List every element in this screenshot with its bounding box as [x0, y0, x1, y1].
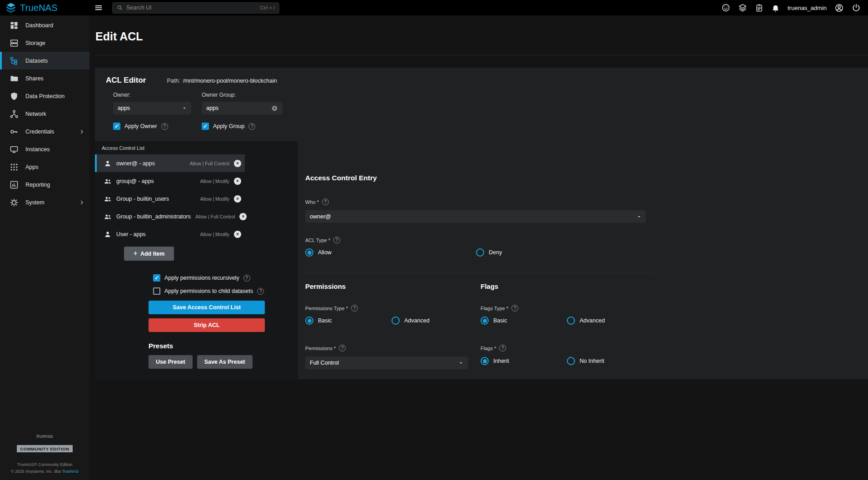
owner-label: Owner:: [113, 92, 191, 98]
remove-entry-icon[interactable]: [239, 213, 247, 220]
recursive-checkbox-row: Apply permissions recursively: [153, 274, 265, 282]
clear-icon[interactable]: [271, 105, 278, 112]
sidebar-item-apps[interactable]: Apps: [0, 158, 89, 176]
truenas-brand[interactable]: TrueNAS: [5, 2, 89, 13]
edition-badge[interactable]: COMMUNITY EDITION: [17, 445, 72, 452]
help-icon[interactable]: [322, 198, 329, 205]
truenas-footer-link[interactable]: TrueNAS: [62, 469, 79, 474]
who-value: owner@: [310, 213, 331, 220]
strip-acl-button[interactable]: Strip ACL: [149, 318, 265, 332]
acl-entry-row[interactable]: Group - builtin_users Allow | Modify: [95, 190, 245, 208]
apply-owner-checkbox[interactable]: [113, 123, 120, 130]
remove-entry-icon[interactable]: [234, 160, 241, 167]
recursive-label: Apply permissions recursively: [164, 275, 239, 281]
instances-monitor-icon: [10, 145, 19, 154]
acl-entry-row[interactable]: Group - builtin_administrators Allow | F…: [95, 208, 245, 225]
acl-entry-row[interactable]: group@ - apps Allow | Modify: [95, 172, 245, 190]
hostname-label: truenas: [0, 433, 89, 439]
who-select[interactable]: owner@: [305, 210, 646, 223]
radio-flags-advanced[interactable]: Advanced: [567, 317, 605, 325]
apply-group-checkbox-row: Apply Group: [202, 123, 290, 130]
owner-value: apps: [118, 105, 130, 111]
help-icon[interactable]: [248, 123, 255, 130]
radio-permissions-basic[interactable]: Basic: [305, 317, 392, 325]
stack-layers-icon[interactable]: [738, 3, 747, 12]
remove-entry-icon[interactable]: [234, 178, 241, 185]
acl-entry-label: Group - builtin_administrators: [116, 213, 191, 220]
account-user-icon[interactable]: [834, 3, 844, 13]
use-preset-button[interactable]: Use Preset: [149, 355, 193, 369]
sidebar-item-data-protection[interactable]: Data Protection: [0, 87, 89, 105]
help-icon[interactable]: [339, 345, 346, 351]
sidebar-item-dashboard[interactable]: Dashboard: [0, 16, 89, 34]
owner-group-input[interactable]: apps: [202, 102, 283, 114]
help-icon[interactable]: [161, 123, 168, 130]
radio-inherit[interactable]: Inherit: [481, 357, 567, 365]
radio-permissions-advanced[interactable]: Advanced: [392, 317, 430, 325]
who-label: Who *: [305, 199, 319, 205]
radio-flags-basic[interactable]: Basic: [481, 317, 567, 325]
help-icon[interactable]: [499, 345, 506, 351]
search-input[interactable]: [126, 5, 257, 11]
radio-no-inherit[interactable]: No Inherit: [567, 357, 604, 365]
flags-type-label-row: Flags Type *: [481, 305, 653, 312]
owner-field: Owner: apps: [113, 92, 191, 114]
hamburger-menu-icon[interactable]: [94, 3, 103, 12]
sidebar-item-label: Apps: [25, 164, 39, 170]
apps-grid-icon: [10, 163, 19, 172]
acl-entry-label: group@ - apps: [116, 178, 154, 184]
feedback-smiley-icon[interactable]: [721, 3, 730, 12]
acl-type-radio-group: Allow Deny: [305, 248, 653, 257]
flags-label-row: Flags *: [481, 345, 653, 351]
sidebar-item-network[interactable]: Network: [0, 105, 89, 123]
plus-icon: +: [134, 249, 138, 257]
help-icon[interactable]: [243, 275, 250, 282]
search-icon: [117, 5, 123, 11]
child-datasets-label: Apply permissions to child datasets: [164, 288, 253, 294]
help-icon[interactable]: [257, 288, 264, 295]
permissions-select[interactable]: Full Control: [305, 356, 468, 369]
acl-entry-row[interactable]: User - apps Allow | Modify: [95, 225, 245, 243]
permissions-type-radio-group: Basic Advanced: [305, 317, 481, 325]
save-acl-button[interactable]: Save Access Control List: [149, 301, 265, 314]
sidebar-item-datasets[interactable]: Datasets: [0, 52, 89, 69]
radio-allow[interactable]: Allow: [305, 248, 476, 257]
apply-group-checkbox[interactable]: [202, 123, 209, 130]
copyright-text: © 2025 iXsystems, Inc. dba: [11, 469, 61, 474]
jobs-clipboard-icon[interactable]: [755, 4, 764, 12]
help-icon[interactable]: [511, 305, 518, 312]
child-datasets-checkbox-row: Apply permissions to child datasets: [153, 287, 265, 295]
child-datasets-checkbox[interactable]: [153, 287, 160, 295]
apply-group-label: Apply Group: [213, 123, 244, 129]
remove-entry-icon[interactable]: [234, 195, 241, 203]
save-as-preset-button[interactable]: Save As Preset: [197, 355, 253, 369]
help-icon[interactable]: [333, 237, 340, 243]
sidebar-item-shares[interactable]: Shares: [0, 69, 89, 87]
notifications-bell-icon[interactable]: [771, 4, 780, 12]
recursive-checkbox[interactable]: [153, 274, 160, 282]
remove-entry-icon[interactable]: [234, 231, 241, 238]
datasets-tree-icon: [10, 56, 19, 65]
username-label[interactable]: truenas_admin: [788, 5, 827, 11]
add-item-button[interactable]: + Add Item: [124, 247, 174, 261]
dataset-path: Path:/mnt/monero-pool/monero-blockchain: [167, 76, 277, 84]
radio-deny[interactable]: Deny: [476, 248, 502, 257]
global-search[interactable]: Ctrl + /: [112, 2, 279, 14]
owner-select[interactable]: apps: [113, 102, 191, 114]
sidebar-item-label: System: [25, 199, 45, 206]
sidebar-item-credentials[interactable]: Credentials: [0, 123, 89, 140]
sidebar-item-instances[interactable]: Instances: [0, 140, 89, 158]
flags-label: Flags *: [481, 346, 496, 351]
acl-entry-meta: Allow | Full Control: [195, 214, 235, 219]
shares-folder-icon: [10, 74, 19, 83]
acl-editor-card: ACL Editor Path:/mnt/monero-pool/monero-…: [95, 68, 868, 379]
sidebar-item-reporting[interactable]: Reporting: [0, 176, 89, 193]
acl-list-panel: Access Control List owner@ - apps Allow …: [95, 141, 298, 380]
power-icon[interactable]: [852, 3, 861, 12]
title-divider: [95, 55, 868, 55]
sidebar-item-system[interactable]: System: [0, 193, 89, 211]
sidebar-item-storage[interactable]: Storage: [0, 34, 89, 52]
apply-owner-label: Apply Owner: [124, 123, 157, 129]
help-icon[interactable]: [351, 305, 358, 312]
acl-entry-row[interactable]: owner@ - apps Allow | Full Control: [95, 154, 245, 172]
